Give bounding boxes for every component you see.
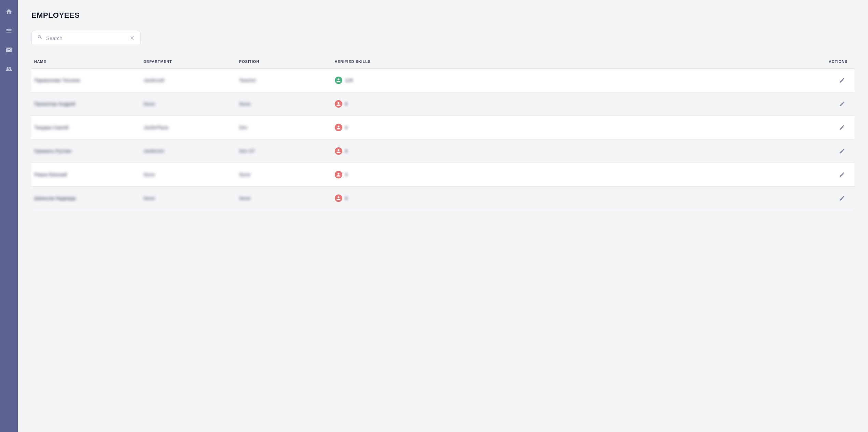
cell-position: Dev (236, 123, 332, 132)
table-row: Тищара Сергей JardinPlaza Dev 0 (31, 116, 854, 139)
skill-count: 0 (345, 195, 348, 201)
employees-table: NAME DEPARTMENT POSITION VERIFIED SKILLS… (31, 55, 854, 210)
cell-position: None (236, 100, 332, 108)
table-row: Рожок Евгений None None 0 (31, 163, 854, 187)
cell-name: Гранкесь Руслан (31, 147, 141, 155)
skill-count: 0 (345, 148, 348, 154)
cell-skills: 0 (332, 170, 428, 180)
search-input[interactable] (46, 35, 126, 41)
skill-count: 0 (345, 125, 348, 130)
cell-position: Dev ST (236, 147, 332, 155)
list-icon[interactable] (3, 25, 14, 36)
cell-name: Рожок Евгений (31, 171, 141, 179)
cell-skills: 0 (332, 146, 428, 156)
col-skills: VERIFIED SKILLS (332, 58, 428, 65)
search-container (31, 31, 854, 45)
edit-button[interactable] (837, 98, 848, 109)
skill-avatar (335, 124, 342, 131)
cell-actions (428, 75, 854, 86)
cell-name: Шеинсов Надежда (31, 194, 141, 202)
cell-actions (428, 122, 854, 133)
cell-name: Тищара Сергей (31, 123, 141, 132)
search-box (31, 31, 141, 45)
cell-position: Teacher (236, 76, 332, 84)
col-actions: ACTIONS (428, 58, 854, 65)
inbox-icon[interactable] (3, 44, 14, 55)
cell-actions (428, 169, 854, 180)
table-row: Параконова Татьяна Jardinsoft Teacher 12… (31, 69, 854, 92)
cell-skills: 125 (332, 75, 428, 85)
table-row: Прокопчук Андрей None None 0 (31, 92, 854, 116)
skill-avatar (335, 100, 342, 108)
clear-search-button[interactable] (129, 35, 135, 41)
edit-button[interactable] (837, 193, 848, 204)
cell-department: Jardinsoft (141, 76, 236, 84)
table-header: NAME DEPARTMENT POSITION VERIFIED SKILLS… (31, 55, 854, 69)
search-icon (37, 35, 43, 41)
cell-department: JardinPlaza (141, 123, 236, 132)
sidebar (0, 0, 18, 432)
skill-avatar (335, 147, 342, 155)
edit-button[interactable] (837, 146, 848, 157)
skill-count: 125 (345, 78, 353, 83)
skill-count: 0 (345, 172, 348, 177)
cell-actions (428, 193, 854, 204)
cell-department: None (141, 171, 236, 179)
skill-count: 0 (345, 101, 348, 107)
skill-avatar (335, 171, 342, 178)
cell-name: Параконова Татьяна (31, 76, 141, 84)
table-body: Параконова Татьяна Jardinsoft Teacher 12… (31, 69, 854, 210)
home-icon[interactable] (3, 6, 14, 17)
cell-department: None (141, 100, 236, 108)
cell-skills: 0 (332, 122, 428, 133)
col-name: NAME (31, 58, 141, 65)
cell-department: None (141, 194, 236, 202)
cell-actions (428, 146, 854, 157)
edit-button[interactable] (837, 169, 848, 180)
skill-avatar (335, 77, 342, 84)
edit-button[interactable] (837, 122, 848, 133)
skill-avatar (335, 194, 342, 202)
cell-position: None (236, 171, 332, 179)
edit-button[interactable] (837, 75, 848, 86)
table-row: Гранкесь Руслан Jardinmin Dev ST 0 (31, 139, 854, 163)
col-position: POSITION (236, 58, 332, 65)
cell-skills: 0 (332, 99, 428, 109)
table-row: Шеинсов Надежда None None 0 (31, 187, 854, 210)
cell-name: Прокопчук Андрей (31, 100, 141, 108)
main-content: EMPLOYEES NAME DEPARTMENT POSITION VERIF… (18, 0, 868, 432)
cell-actions (428, 98, 854, 109)
cell-skills: 0 (332, 193, 428, 203)
cell-position: None (236, 194, 332, 202)
col-department: DEPARTMENT (141, 58, 236, 65)
cell-department: Jardinmin (141, 147, 236, 155)
page-title: EMPLOYEES (31, 11, 854, 20)
users-icon[interactable] (3, 64, 14, 75)
